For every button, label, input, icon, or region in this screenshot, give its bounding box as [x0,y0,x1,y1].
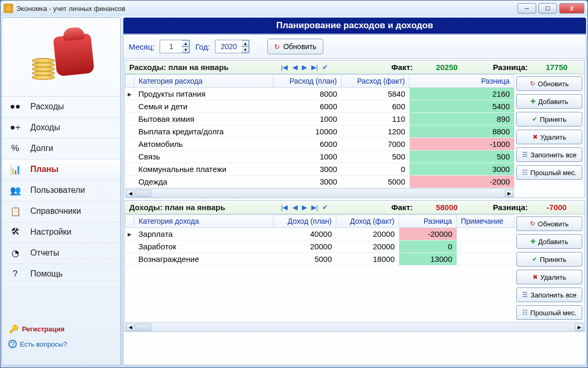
col-fact[interactable]: Расход (факт) [342,75,410,88]
nav-first-icon[interactable]: |◀ [281,63,288,71]
table-row[interactable]: Связь1000500500 [126,151,514,163]
sidebar-item-2[interactable]: %Долги [2,138,120,159]
refresh-button[interactable]: ↻Обновить [516,216,582,231]
month-input[interactable] [160,42,182,51]
nav-icon: 📋 [9,205,21,217]
col-note[interactable]: Примечание [457,215,514,228]
year-down[interactable]: ▼ [242,47,249,53]
nav-icon: ●● [9,101,21,112]
incomes-record-nav: |◀ ◀ ▶ ▶| ✔ [270,203,338,211]
delete-button[interactable]: ✖Удалить [516,270,582,284]
sidebar-item-7[interactable]: ◔Отчеты [2,243,120,263]
col-fact[interactable]: Доход (факт) [336,215,399,228]
expenses-diff-label: Разница: [481,63,528,72]
scroll-left-icon[interactable]: ◀ [126,190,134,197]
nav-prev-icon[interactable]: ◀ [292,203,298,211]
cell-category: Коммунальные платежи [134,163,274,176]
cell-fact: 20000 [336,240,399,253]
fill-all-button[interactable]: ☰Заполнить все [516,147,582,162]
minimize-button[interactable]: ─ [517,3,536,14]
nav-ok-icon[interactable]: ✔ [322,203,328,211]
month-up[interactable]: ▲ [182,40,189,47]
table-row[interactable]: Коммунальные платежи300003000 [126,163,514,176]
table-row[interactable]: Заработок20000200000 [126,240,514,253]
cell-diff: -2000 [410,176,514,188]
sidebar-item-5[interactable]: 📋Справочники [2,201,120,222]
sidebar-item-3[interactable]: 📊Планы [2,159,120,180]
refresh-button[interactable]: ↻ Обновить [267,39,323,54]
nav-next-icon[interactable]: ▶ [302,203,307,211]
year-spinner[interactable]: ▲▼ [215,40,250,53]
expenses-title: Расходы: план на январь [129,63,265,72]
col-diff[interactable]: Разница [410,75,514,88]
col-plan[interactable]: Доход (план) [274,215,336,228]
cell-fact: 7000 [342,138,410,151]
delete-button[interactable]: ✖Удалить [516,130,582,144]
table-row[interactable]: ▸Продукты питания800058402160 [126,88,514,100]
month-down[interactable]: ▼ [182,47,189,53]
col-category[interactable]: Категория расхода [134,75,274,88]
sidebar-item-0[interactable]: ●●Расходы [2,96,120,117]
year-label: Год: [195,42,210,51]
table-row[interactable]: Бытовая химия1000110890 [126,113,514,125]
incomes-table: Категория дохода Доход (план) Доход (фак… [125,214,514,266]
accept-button[interactable]: ✔Принять [516,252,582,267]
table-row[interactable]: Семья и дети60006005400 [126,100,514,113]
close-button[interactable]: X [559,3,584,14]
year-up[interactable]: ▲ [242,40,249,47]
scroll-right-icon[interactable]: ▶ [575,324,583,331]
help-link[interactable]: ? Есть вопросы? [8,340,114,348]
fill-icon: ☰ [522,291,528,298]
prev-month-button[interactable]: ☷Прошлый мес. [516,305,582,320]
fill-all-button[interactable]: ☰Заполнить все [516,288,582,302]
sidebar-item-4[interactable]: 👥Пользователи [2,180,120,201]
refresh-button[interactable]: ↻Обновить [516,76,582,91]
month-spinner[interactable]: ▲▼ [160,40,190,53]
nav-ok-icon[interactable]: ✔ [322,63,328,71]
scroll-left-icon[interactable]: ◀ [126,324,134,331]
nav-prev-icon[interactable]: ◀ [292,63,298,71]
row-marker [126,163,134,176]
sidebar-item-6[interactable]: 🛠Настройки [2,222,120,243]
table-row[interactable]: Вознаграждение50001800013000 [126,253,514,266]
sidebar-item-8[interactable]: ?Помощь [2,263,120,284]
prev-month-button[interactable]: ☷Прошлый мес. [516,165,582,180]
year-input[interactable] [216,42,242,51]
refresh-label: Обновить [283,42,316,51]
col-diff[interactable]: Разница [399,215,457,228]
cell-plan: 20000 [274,240,336,253]
button-label: Заполнить все [530,291,576,299]
nav-icon: ◔ [9,247,21,259]
col-plan[interactable]: Расход (план) [274,75,342,88]
col-category[interactable]: Категория дохода [134,215,274,228]
accept-button[interactable]: ✔Принять [516,112,582,126]
table-row[interactable]: ▸Зарплата4000020000-20000 [126,228,514,240]
nav-label: Справочники [30,206,81,216]
table-row[interactable]: Выплата кредита/долга1000012008800 [126,125,514,138]
incomes-hscroll[interactable]: ◀ ▶ [125,322,584,331]
nav-last-icon[interactable]: ▶| [311,63,318,71]
row-marker [126,240,134,253]
button-label: Обновить [538,80,569,88]
cell-diff: 8800 [410,125,514,138]
expenses-hscroll[interactable]: ◀ ▶ [125,188,514,198]
nav-last-icon[interactable]: ▶| [311,203,318,211]
add-button[interactable]: ✚Добавить [516,234,582,249]
add-button[interactable]: ✚Добавить [516,94,582,109]
registration-link[interactable]: 🔑 Регистрация [8,324,114,334]
scroll-right-icon[interactable]: ▶ [505,190,513,197]
row-marker [126,253,134,266]
table-row[interactable]: Одежда30005000-2000 [126,176,514,188]
maximize-button[interactable]: ☐ [538,3,557,14]
sidebar-item-1[interactable]: ●+Доходы [2,117,120,138]
cell-category: Выплата кредита/долга [134,125,274,138]
nav-first-icon[interactable]: |◀ [281,203,288,211]
prev-icon: ☷ [522,309,528,316]
incomes-title: Доходы: план на январь [129,203,265,212]
cell-plan: 8000 [274,88,342,100]
fill-icon: ☰ [522,151,528,158]
table-row[interactable]: Автомобиль60007000-1000 [126,138,514,151]
row-marker [126,138,134,151]
cell-plan: 3000 [274,163,342,176]
nav-next-icon[interactable]: ▶ [302,63,307,71]
